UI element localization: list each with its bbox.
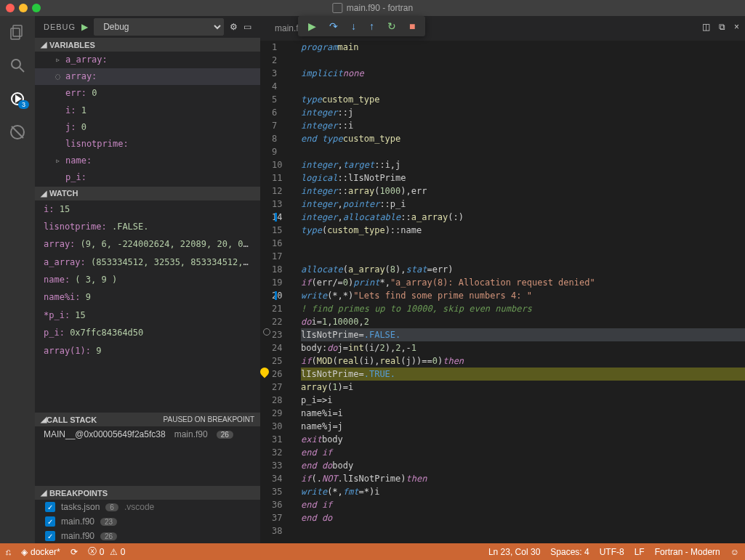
variable-row[interactable]: ▹a_array: (35, 52, 260, 68)
code-line[interactable]: end do (301, 511, 745, 524)
code-line[interactable]: lIsNotPrime = .FALSE. (301, 328, 745, 341)
minimize-window-dot[interactable] (19, 4, 28, 12)
watch-row[interactable]: a_array: (853334512, 32535, 853334512, 3… (35, 253, 260, 271)
feedback-icon[interactable]: ☺ (730, 547, 739, 557)
code-line[interactable]: end do body (301, 459, 745, 472)
debug-config-select[interactable]: Debug (94, 18, 224, 36)
code-line[interactable]: end if (301, 446, 745, 459)
code-line[interactable]: if (err /= 0) print *, "a_array(8): Allo… (301, 276, 745, 289)
watch-row[interactable]: name%i: 9 (35, 288, 260, 306)
variable-row[interactable]: ◌array: (35, 68, 260, 85)
code-line[interactable]: type(custom_type) :: name (301, 224, 745, 237)
problems-status[interactable]: ⓧ 0 ⚠ 0 (88, 545, 126, 558)
watch-row[interactable]: array: (9, 6, -224002624, 22089, 20, 0, … (35, 235, 260, 253)
code-line[interactable]: write(*, fmt=*) i (301, 485, 745, 498)
code-line[interactable]: integer, allocatable :: a_array(:) (301, 211, 745, 224)
code-line[interactable]: integer , pointer :: p_i (301, 198, 745, 211)
breakpoint-glyph[interactable] (263, 328, 270, 336)
code-line[interactable]: p_i => i (301, 394, 745, 407)
restart-icon[interactable]: ↻ (387, 20, 396, 32)
code-line[interactable]: implicit none (301, 67, 745, 80)
debug-icon[interactable]: 3 (9, 90, 26, 107)
eol[interactable]: LF (635, 547, 645, 557)
stack-frame[interactable]: MAIN__@0x00005649f2a5fc38 main.f90 26 (35, 426, 260, 442)
stop-icon[interactable]: ■ (409, 20, 415, 32)
cursor-position[interactable]: Ln 23, Col 30 (488, 547, 540, 557)
close-window-dot[interactable] (6, 4, 15, 12)
variable-row[interactable]: lisnotprime: (35, 136, 260, 153)
more-icon[interactable]: ⧉ (719, 22, 725, 32)
continue-icon[interactable]: ▶ (308, 20, 316, 32)
extensions-icon[interactable] (9, 123, 26, 141)
variable-row[interactable]: ▹name: (35, 153, 260, 169)
watch-section-header[interactable]: ◢WATCH (35, 187, 260, 200)
variable-row[interactable]: j: 0 (35, 119, 260, 136)
watch-row[interactable]: i: 15 (35, 200, 260, 218)
variable-row[interactable]: i: 1 (35, 102, 260, 119)
code-line[interactable]: integer :: i (301, 119, 745, 132)
variables-section-header[interactable]: ◢VARIABLES (35, 38, 260, 52)
breakpoint-row[interactable]: ✓main.f9026 (35, 529, 260, 543)
code-line[interactable] (301, 145, 745, 158)
watch-row[interactable]: name: ( 3, 9 ) (35, 271, 260, 288)
code-line[interactable]: end if (301, 498, 745, 511)
code-line[interactable]: exit body (301, 433, 745, 446)
variable-row[interactable]: p_i: (35, 169, 260, 186)
callstack-section-header[interactable]: ◢CALL STACK PAUSED ON BREAKPOINT (35, 413, 260, 426)
code-line[interactable] (301, 237, 745, 250)
code-line[interactable]: integer :: j (301, 106, 745, 119)
code-area[interactable]: 1234567891011121314151617181920212223242… (260, 41, 745, 543)
breakpoint-checkbox[interactable]: ✓ (45, 516, 55, 527)
step-over-icon[interactable]: ↷ (329, 20, 338, 32)
svg-rect-0 (13, 25, 22, 36)
code-line[interactable]: if ( MOD(real(i),real(j))==0 ) then (301, 354, 745, 368)
breakpoint-row[interactable]: ✓tasks.json6.vscode (35, 500, 260, 514)
code-line[interactable] (301, 80, 745, 93)
code-line[interactable]: body: do j = int(i/2),2,-1 (301, 341, 745, 354)
start-debug-icon[interactable]: ▶ (81, 22, 88, 32)
source-control-icon[interactable]: ⟳ (71, 547, 78, 557)
step-into-icon[interactable]: ↓ (351, 20, 356, 32)
code-line[interactable]: allocate(a_array(8), stat=err) (301, 263, 745, 276)
debug-console-icon[interactable]: ▭ (243, 22, 251, 32)
code-line[interactable] (301, 524, 745, 537)
remote-name[interactable]: ◈ docker* (21, 547, 60, 557)
breakpoint-row[interactable]: ✓main.f9023 (35, 514, 260, 529)
code-line[interactable]: integer, target :: i,j (301, 158, 745, 171)
code-line[interactable]: logical :: lIsNotPrime (301, 171, 745, 184)
code-line[interactable]: name%i = i (301, 407, 745, 420)
watch-row[interactable]: lisnotprime: .FALSE. (35, 218, 260, 235)
code-line[interactable] (301, 54, 745, 67)
encoding[interactable]: UTF-8 (600, 547, 624, 557)
maximize-window-dot[interactable] (32, 4, 41, 12)
watch-row[interactable]: array(1): 9 (35, 342, 260, 360)
code-line[interactable]: write(*,*) "Lets find some prime numbers… (301, 289, 745, 302)
language-mode[interactable]: Fortran - Modern (655, 547, 720, 557)
split-editor-icon[interactable]: ◫ (702, 22, 710, 32)
variable-row[interactable]: err: 0 (35, 85, 260, 102)
step-out-icon[interactable]: ↑ (369, 20, 374, 32)
watch-row[interactable]: *p_i: 15 (35, 307, 260, 324)
code-line[interactable]: integer :: array(1000), err (301, 184, 745, 198)
code-line[interactable]: do i = 1, 10000, 2 (301, 315, 745, 328)
code-line[interactable]: end type custom_type (301, 132, 745, 145)
code-line[interactable]: lIsNotPrime = .TRUE. (301, 368, 745, 381)
watch-row[interactable]: p_i: 0x7ffc84364d50 (35, 324, 260, 341)
code-line[interactable]: ! find primes up to 10000, skip even num… (301, 302, 745, 315)
code-line[interactable]: name%j = j (301, 420, 745, 433)
remote-icon[interactable]: ⎌ (6, 547, 11, 557)
code-line[interactable]: if (.NOT.lIsNotPrime) then (301, 472, 745, 485)
gear-icon[interactable]: ⚙ (230, 22, 238, 32)
close-editor-icon[interactable]: × (734, 22, 739, 32)
code-line[interactable]: array(1) = i (301, 381, 745, 394)
breakpoints-section-header[interactable]: ◢BREAKPOINTS (35, 486, 260, 500)
sidebar-title: DEBUG (44, 23, 76, 31)
breakpoint-checkbox[interactable]: ✓ (45, 531, 55, 541)
search-icon[interactable] (9, 57, 26, 74)
breakpoint-checkbox[interactable]: ✓ (45, 502, 55, 512)
code-line[interactable]: program main (301, 41, 745, 54)
code-line[interactable]: type custom_type (301, 93, 745, 106)
code-line[interactable] (301, 250, 745, 263)
files-icon[interactable] (9, 23, 26, 41)
indentation[interactable]: Spaces: 4 (550, 547, 589, 557)
